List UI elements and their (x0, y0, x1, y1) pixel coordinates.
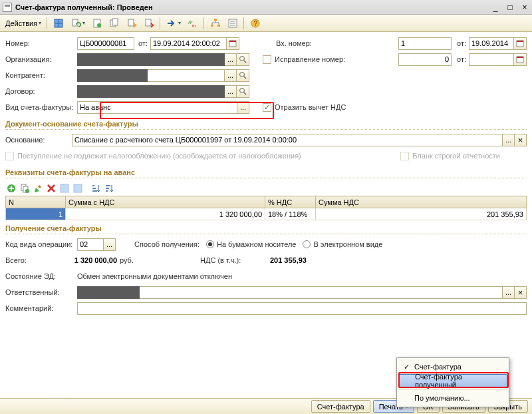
tool-struct[interactable] (207, 17, 223, 30)
dtkt-icon: ДтКт (188, 18, 198, 29)
sort-asc-button[interactable] (89, 182, 101, 194)
vid-label: Вид счета-фактуры: (5, 103, 77, 111)
contragent-search-button[interactable] (237, 69, 249, 82)
ot-label-3: от: (457, 55, 466, 63)
calendar-button-2[interactable] (514, 37, 527, 50)
tool-dtkt[interactable]: ДтКт (185, 17, 201, 30)
vid-pick-button[interactable]: ... (237, 101, 249, 114)
otv-clear-button[interactable]: × (515, 286, 527, 299)
contragent-pick-button[interactable]: ... (225, 69, 237, 82)
svg-rect-38 (74, 184, 82, 192)
dogovor-pick-button[interactable]: ... (225, 85, 237, 98)
minimize-button[interactable]: _ (491, 3, 500, 12)
kod-input[interactable] (77, 238, 104, 251)
print-item-sf-poluch[interactable]: Счет-фактура полученный (398, 374, 507, 387)
osn-input[interactable] (72, 134, 503, 146)
number-label: Номер: (5, 39, 77, 47)
tool-2[interactable] (68, 17, 88, 30)
dogovor-input[interactable] (77, 85, 225, 98)
sposob-label: Способ получения: (134, 240, 206, 248)
ispr-date-input[interactable] (469, 53, 514, 66)
arrow-right-icon (166, 18, 177, 29)
tool-1[interactable] (51, 17, 66, 30)
form-area: Номер: от: Вх. номер: от: Организация: .… (0, 32, 532, 319)
org-search-button[interactable] (237, 53, 249, 66)
window-title: Счет-фактура полученный: Проведен (15, 3, 491, 11)
calendar-button-3[interactable] (514, 53, 527, 66)
svg-point-25 (240, 57, 245, 61)
maximize-button[interactable]: □ (505, 3, 515, 12)
sort-desc-button[interactable] (102, 182, 114, 194)
copy-row-button[interactable] (19, 182, 31, 194)
date-input[interactable] (150, 37, 227, 50)
menu-separator (398, 389, 507, 389)
otv-input[interactable] (140, 286, 503, 299)
dogovor-search-button[interactable] (237, 85, 249, 98)
radio-el[interactable] (303, 240, 311, 248)
otv-label: Ответственный: (5, 288, 77, 296)
otrazit-checkbox[interactable] (263, 103, 271, 112)
actions-menu[interactable]: Действия (3, 17, 44, 30)
tool-help[interactable]: ? (247, 17, 263, 30)
doc-up-icon (144, 18, 154, 29)
sf-button[interactable]: Счет-фактура (311, 400, 370, 413)
th-n[interactable]: N (6, 196, 66, 208)
vh-nomer-input[interactable] (398, 37, 452, 50)
close-button[interactable]: × (520, 3, 529, 12)
cell-nds[interactable]: 201 355,93 (316, 208, 527, 220)
sost-value: Обмен электронными документами отключен (77, 272, 232, 280)
vh-date-input[interactable] (469, 37, 514, 50)
sost-label: Состояние ЭД: (5, 272, 77, 280)
vsego-label: Всего: (5, 256, 47, 264)
ot-label-1: от: (138, 39, 148, 47)
otv-pick-button[interactable]: ... (503, 286, 515, 299)
details-table[interactable]: N Сумма с НДС % НДС Сумма НДС 1 1 320 00… (5, 196, 527, 220)
th-pct[interactable]: % НДС (265, 196, 316, 208)
ispr-input[interactable] (398, 53, 452, 66)
tool-6[interactable] (141, 17, 157, 30)
section-doc-osn: Документ-основание счета-фактуры (5, 116, 527, 130)
contragent-input[interactable] (77, 69, 148, 82)
osn-label: Основание: (5, 136, 72, 144)
komm-input[interactable] (77, 302, 527, 315)
otv-input-dark[interactable] (77, 286, 140, 299)
vsego-value: 1 320 000,00 (47, 256, 120, 264)
tool-4[interactable] (106, 17, 122, 30)
cell-pct[interactable]: 18% / 118% (265, 208, 316, 220)
tool-3[interactable] (89, 17, 105, 30)
table-row[interactable]: 1 1 320 000,00 18% / 118% 201 355,93 (6, 208, 527, 220)
radio-bum-label: На бумажном носителе (217, 240, 296, 248)
nds-value: 201 355,93 (253, 256, 307, 264)
svg-point-36 (25, 189, 29, 193)
tool-5[interactable] (124, 17, 140, 30)
osn-clear-button[interactable]: × (515, 134, 527, 146)
org-pick-button[interactable]: ... (225, 53, 237, 66)
osn-pick-button[interactable]: ... (503, 134, 515, 146)
svg-line-32 (244, 93, 246, 95)
add-row-button[interactable] (5, 182, 17, 194)
svg-rect-14 (217, 25, 220, 27)
number-input[interactable] (77, 37, 134, 50)
svg-rect-8 (128, 19, 134, 26)
org-input[interactable] (77, 53, 225, 66)
save2-icon (72, 182, 84, 194)
radio-bum[interactable] (206, 240, 214, 248)
kod-pick-button[interactable]: ... (104, 238, 116, 251)
print-item-default[interactable]: По умолчанию... (398, 391, 507, 405)
th-sum[interactable]: Сумма с НДС (66, 196, 265, 208)
edit-row-button[interactable] (32, 182, 44, 194)
print-item-sf[interactable]: ✓ Счет-фактура (398, 359, 507, 374)
tool-goto[interactable] (164, 17, 184, 30)
delete-row-button[interactable] (45, 182, 57, 194)
tool-props[interactable] (225, 17, 241, 30)
ot-label-2: от: (457, 39, 466, 47)
calendar-button-1[interactable] (227, 37, 239, 50)
th-nds[interactable]: Сумма НДС (316, 196, 527, 208)
svg-text:?: ? (254, 20, 258, 27)
svg-rect-7 (112, 19, 118, 25)
ispr-checkbox[interactable] (263, 55, 271, 64)
cell-sum[interactable]: 1 320 000,00 (66, 208, 265, 220)
vid-input[interactable] (77, 101, 237, 114)
cell-n[interactable]: 1 (6, 208, 66, 220)
svg-line-26 (244, 61, 246, 63)
